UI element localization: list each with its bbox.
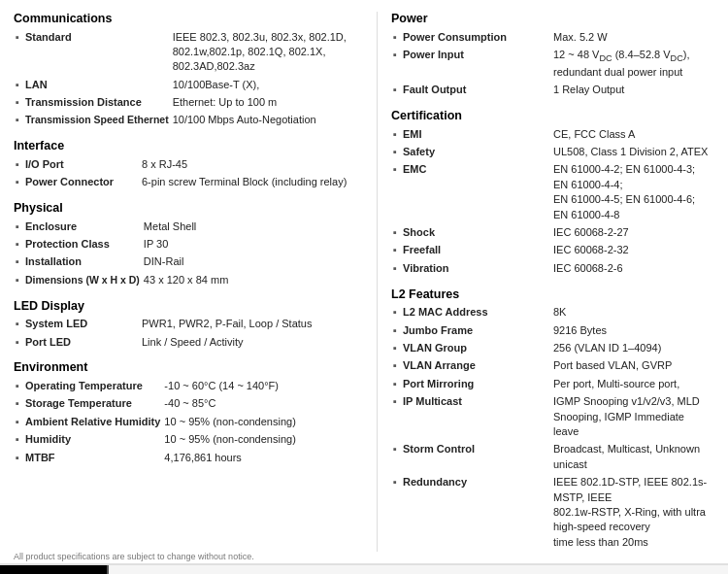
spec-value: Port based VLAN, GVRP	[551, 357, 714, 375]
bullet: ▪	[391, 125, 401, 143]
table-row: ▪ Shock IEC 60068-2-27	[391, 224, 714, 242]
section-power-title: Power	[391, 12, 714, 25]
section-environment-title: Environment	[14, 360, 363, 374]
spec-label: Ambient Relative Humidity	[23, 413, 162, 430]
table-row: ▪ Operating Temperature -10 ~ 60°C (14 ~…	[14, 377, 363, 394]
bullet: ▪	[391, 339, 401, 356]
table-row: ▪ Storage Temperature -40 ~ 85°C	[14, 395, 363, 413]
spec-value: 10/100Base-T (X),	[171, 76, 363, 93]
spec-label: LAN	[23, 76, 171, 93]
spec-value: 8 x RJ-45	[140, 155, 363, 173]
spec-value: IEC 60068-2-27	[551, 224, 714, 242]
bullet: ▪	[14, 28, 23, 76]
footer-updated: Last updated: 19-Jan-2023	[598, 565, 728, 574]
spec-label: Installation	[23, 253, 142, 271]
bullet: ▪	[391, 441, 401, 474]
spec-label: System LED	[23, 316, 140, 333]
spec-label: VLAN Group	[401, 339, 551, 356]
spec-label: Storm Control	[401, 441, 551, 474]
spec-value: Metal Shell	[142, 218, 363, 235]
bullet: ▪	[391, 474, 401, 552]
footer: ADVANTECH Industrial Ethernet Soultions …	[0, 563, 728, 574]
spec-label: Operating Temperature	[23, 377, 162, 394]
bullet: ▪	[391, 46, 401, 81]
spec-label: Freefall	[401, 242, 551, 259]
table-row: ▪ EMC EN 61000-4-2; EN 61000-4-3; EN 610…	[391, 161, 714, 224]
bullet: ▪	[14, 94, 23, 112]
table-row: ▪ Port Mirroring Per port, Multi-source …	[391, 375, 714, 392]
spec-value: PWR1, PWR2, P-Fail, Loop / Status	[140, 316, 363, 333]
spec-label: I/O Port	[23, 155, 140, 173]
spec-label: Humidity	[23, 431, 162, 449]
bullet: ▪	[391, 304, 401, 321]
bullet: ▪	[391, 375, 401, 392]
table-row: ▪ Freefall IEC 60068-2-32	[391, 242, 714, 259]
table-row: ▪ Installation DIN-Rail	[14, 253, 363, 271]
table-row: ▪ L2 MAC Address 8K	[391, 304, 714, 321]
bullet: ▪	[14, 112, 23, 129]
spec-label: Protection Class	[23, 236, 142, 253]
table-row: ▪ VLAN Arrange Port based VLAN, GVRP	[391, 357, 714, 375]
power-table: ▪ Power Consumption Max. 5.2 W ▪ Power I…	[391, 28, 714, 99]
spec-label: Dimensions (W x H x D)	[23, 271, 142, 288]
spec-value: 10 ~ 95% (non-condensing)	[162, 413, 363, 430]
table-row: ▪ Port LED Link / Speed / Activity	[14, 333, 363, 351]
section-interface-title: Interface	[14, 139, 363, 152]
spec-value: CE, FCC Class A	[551, 125, 714, 143]
bullet: ▪	[391, 82, 401, 99]
table-row: ▪ Power Consumption Max. 5.2 W	[391, 28, 714, 46]
spec-label: Redundancy	[401, 474, 551, 552]
spec-value: IEC 60068-2-6	[551, 259, 714, 277]
spec-value: 8K	[551, 304, 714, 321]
table-row: ▪ EMI CE, FCC Class A	[391, 125, 714, 143]
footer-notice: All product specifications are subject t…	[14, 552, 254, 561]
spec-value: 10/100 Mbps Auto-Negotiation	[171, 112, 363, 129]
bullet: ▪	[391, 259, 401, 277]
spec-label: Enclosure	[23, 218, 142, 235]
spec-value: 4,176,861 hours	[162, 449, 363, 466]
spec-value: -40 ~ 85°C	[162, 395, 363, 413]
table-row: ▪ Standard IEEE 802.3, 802.3u, 802.3x, 8…	[14, 28, 363, 76]
bullet: ▪	[391, 357, 401, 375]
table-row: ▪ IP Multicast IGMP Snooping v1/v2/v3, M…	[391, 393, 714, 441]
table-row: ▪ Jumbo Frame 9216 Bytes	[391, 321, 714, 339]
bullet: ▪	[14, 449, 23, 466]
interface-table: ▪ I/O Port 8 x RJ-45 ▪ Power Connector 6…	[14, 155, 363, 191]
spec-label: Jumbo Frame	[401, 321, 551, 339]
table-row: ▪ System LED PWR1, PWR2, P-Fail, Loop / …	[14, 316, 363, 333]
bullet: ▪	[14, 236, 23, 253]
section-physical-title: Physical	[14, 201, 363, 215]
spec-value: IP 30	[142, 236, 363, 253]
table-row: ▪ MTBF 4,176,861 hours	[14, 449, 363, 466]
table-row: ▪ Protection Class IP 30	[14, 236, 363, 253]
spec-label: Standard	[23, 28, 171, 76]
bullet: ▪	[391, 224, 401, 242]
bullet: ▪	[14, 377, 23, 394]
spec-label: Power Connector	[23, 174, 140, 191]
bullet: ▪	[14, 431, 23, 449]
spec-value: IGMP Snooping v1/v2/v3, MLDSnooping, IGM…	[551, 393, 714, 441]
table-row: ▪ VLAN Group 256 (VLAN ID 1–4094)	[391, 339, 714, 356]
spec-value: 10 ~ 95% (non-condensing)	[162, 431, 363, 449]
table-row: ▪ I/O Port 8 x RJ-45	[14, 155, 363, 173]
spec-label: MTBF	[23, 449, 162, 466]
table-row: ▪ Power Input 12 ~ 48 VDC (8.4–52.8 VDC)…	[391, 46, 714, 81]
bullet: ▪	[14, 76, 23, 93]
section-certification-title: Certification	[391, 109, 714, 122]
left-column: Communications ▪ Standard IEEE 802.3, 80…	[14, 12, 363, 552]
right-column: Power ▪ Power Consumption Max. 5.2 W ▪ P…	[391, 12, 714, 552]
spec-label: Storage Temperature	[23, 395, 162, 413]
bullet: ▪	[14, 271, 23, 288]
table-row: ▪ Transmission Distance Ethernet: Up to …	[14, 94, 363, 112]
table-row: ▪ Enclosure Metal Shell	[14, 218, 363, 235]
bullet: ▪	[391, 242, 401, 259]
table-row: ▪ Safety UL508, Class 1 Division 2, ATEX	[391, 144, 714, 161]
bullet: ▪	[391, 321, 401, 339]
bullet: ▪	[14, 413, 23, 430]
spec-label: VLAN Arrange	[401, 357, 551, 375]
spec-value: IEEE 802.3, 802.3u, 802.3x, 802.1D,802.1…	[171, 28, 363, 76]
spec-label: Transmission Distance	[23, 94, 171, 112]
table-row: ▪ Fault Output 1 Relay Output	[391, 82, 714, 99]
bullet: ▪	[391, 393, 401, 441]
spec-label: Safety	[401, 144, 551, 161]
